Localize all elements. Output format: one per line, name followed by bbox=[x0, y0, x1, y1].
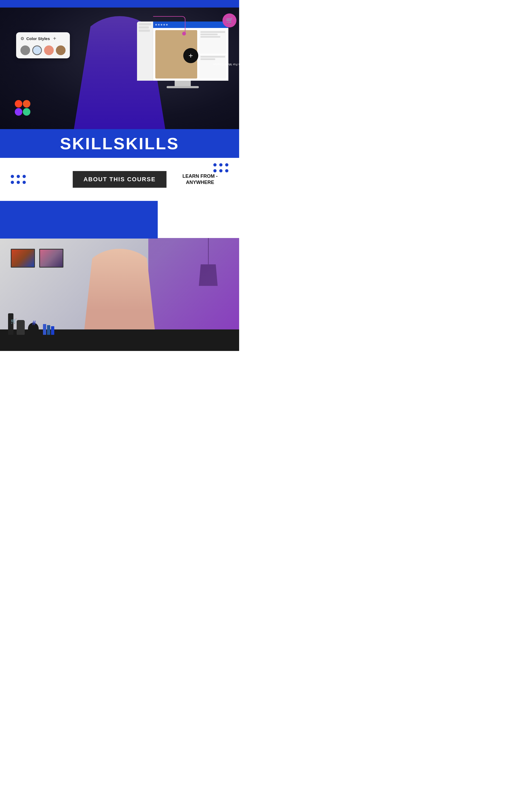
desk-books bbox=[43, 324, 54, 335]
wall-frame-1 bbox=[11, 249, 35, 268]
figma-dot-orange bbox=[23, 100, 30, 108]
hero-section: ⚙ Color Styles + bbox=[0, 0, 239, 158]
vase-tall bbox=[8, 313, 14, 335]
hashtag-symbol: # bbox=[32, 319, 36, 327]
top-blue-bar bbox=[0, 0, 239, 7]
color-swatches bbox=[20, 46, 65, 55]
wall-frames bbox=[11, 249, 63, 268]
dot-5 bbox=[219, 169, 223, 172]
dot-3 bbox=[225, 163, 228, 166]
figma-dot-green bbox=[23, 108, 30, 116]
lower-section: # 🛒 bbox=[0, 201, 239, 351]
monitor-props-panel bbox=[200, 30, 226, 78]
book-1 bbox=[43, 324, 46, 335]
props-section-2 bbox=[200, 55, 226, 78]
dot-8 bbox=[17, 175, 20, 178]
book-2 bbox=[47, 325, 50, 335]
dots-top-right bbox=[213, 163, 228, 172]
lower-blue-block bbox=[0, 201, 158, 238]
mini-cart-desk: 🛒 bbox=[11, 318, 17, 324]
dot-6 bbox=[225, 169, 228, 172]
dot-12 bbox=[23, 181, 26, 184]
dot-2 bbox=[219, 163, 223, 166]
props-section-1 bbox=[200, 30, 226, 54]
monitor-stand bbox=[175, 81, 191, 86]
sliders-icon: ⚙ bbox=[20, 36, 24, 41]
dot-11 bbox=[17, 181, 20, 184]
panel-label: Color Styles bbox=[26, 36, 50, 41]
cart-symbol: 🛒 bbox=[226, 17, 233, 24]
connection-line bbox=[153, 16, 185, 32]
hero-image: ⚙ Color Styles + bbox=[0, 0, 239, 129]
lower-image-area: # 🛒 bbox=[0, 238, 239, 351]
dot-1 bbox=[213, 163, 216, 166]
add-button-overlay[interactable]: + bbox=[183, 48, 198, 63]
figma-dot-red bbox=[15, 100, 22, 108]
dots-middle-left bbox=[11, 175, 26, 184]
connection-endpoint bbox=[182, 32, 186, 36]
figma-dot-purple bbox=[15, 108, 22, 116]
swatch-salmon[interactable] bbox=[44, 46, 54, 55]
color-styles-panel: ⚙ Color Styles + bbox=[16, 32, 70, 58]
dot-7 bbox=[11, 175, 14, 178]
swatch-light-blue[interactable] bbox=[32, 46, 42, 55]
about-badge[interactable]: ABOUT THIS COURSE bbox=[73, 171, 167, 188]
book-3 bbox=[51, 326, 54, 335]
vertical-watermark: Skillskills.com For More Course bbox=[213, 63, 239, 66]
monitor-base bbox=[167, 86, 199, 88]
swatch-gray[interactable] bbox=[20, 46, 30, 55]
cart-icon[interactable]: 🛒 bbox=[223, 14, 236, 28]
brand-banner: SKILLSKILLS bbox=[0, 129, 239, 158]
brand-title: SKILLSKILLS bbox=[0, 134, 239, 153]
dot-9 bbox=[23, 175, 26, 178]
wall-frame-2 bbox=[39, 249, 63, 268]
plus-icon: + bbox=[53, 36, 56, 42]
learn-from-text: LEARN FROM - ANYWHERE bbox=[183, 173, 217, 186]
vase-short bbox=[17, 320, 25, 335]
monitor-preview-pane: + bbox=[155, 30, 197, 78]
middle-section: ABOUT THIS COURSE LEARN FROM - ANYWHERE bbox=[0, 158, 239, 201]
dot-10 bbox=[11, 181, 14, 184]
monitor-content: + bbox=[153, 28, 228, 81]
figma-icon bbox=[15, 100, 30, 116]
swatch-brown[interactable] bbox=[56, 46, 65, 55]
monitor-sidebar bbox=[137, 21, 153, 81]
dot-4 bbox=[213, 169, 216, 172]
